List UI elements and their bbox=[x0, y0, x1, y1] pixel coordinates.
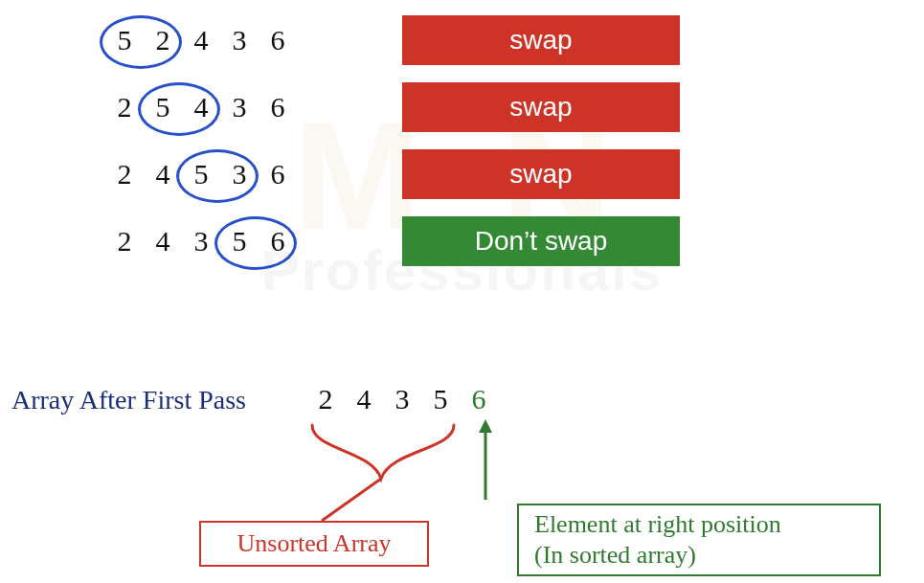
result-cell-sorted: 6 bbox=[460, 383, 498, 415]
unsorted-array-label: Unsorted Array bbox=[237, 529, 391, 558]
array-step-1: 5 2 4 3 6 bbox=[105, 13, 393, 67]
array-cell: 6 bbox=[259, 24, 297, 56]
diagram-content: 5 2 4 3 6 swap 2 5 4 3 6 swap 2 4 5 3 6 bbox=[0, 13, 924, 268]
step-row-3: 2 4 5 3 6 swap bbox=[0, 147, 924, 201]
swap-label-box: swap bbox=[402, 149, 680, 199]
array-after-first-pass-label: Array After First Pass bbox=[11, 385, 246, 415]
step-row-2: 2 5 4 3 6 swap bbox=[0, 80, 924, 134]
array-cell: 2 bbox=[105, 158, 144, 191]
sorted-label-line-1: Element at right position bbox=[534, 509, 781, 541]
array-cell: 3 bbox=[220, 91, 259, 123]
compare-circle-icon bbox=[138, 82, 220, 136]
array-cell: 6 bbox=[259, 91, 297, 123]
swap-label-box: swap bbox=[402, 82, 680, 132]
step-row-1: 5 2 4 3 6 swap bbox=[0, 13, 924, 67]
compare-circle-icon bbox=[176, 149, 259, 203]
sorted-label-line-2: (In sorted array) bbox=[534, 540, 696, 572]
arrow-up-icon bbox=[476, 419, 533, 505]
result-cell: 5 bbox=[421, 383, 460, 415]
array-step-4: 2 4 3 5 6 bbox=[105, 214, 393, 268]
dont-swap-label-box: Don’t swap bbox=[402, 216, 680, 266]
sorted-element-label-box: Element at right position (In sorted arr… bbox=[517, 504, 881, 576]
array-cell: 4 bbox=[144, 225, 182, 258]
array-cell: 2 bbox=[105, 225, 144, 258]
svg-line-0 bbox=[322, 479, 381, 521]
array-cell: 4 bbox=[182, 24, 220, 56]
compare-circle-icon bbox=[100, 15, 182, 69]
unsorted-array-label-box: Unsorted Array bbox=[199, 521, 429, 567]
result-array: 2 4 3 5 6 bbox=[306, 383, 498, 415]
result-cell: 2 bbox=[306, 383, 345, 415]
result-cell: 3 bbox=[383, 383, 421, 415]
compare-circle-icon bbox=[214, 216, 297, 270]
step-row-4: 2 4 3 5 6 Don’t swap bbox=[0, 214, 924, 268]
array-cell: 3 bbox=[220, 24, 259, 56]
result-cell: 4 bbox=[345, 383, 383, 415]
array-step-3: 2 4 5 3 6 bbox=[105, 147, 393, 201]
swap-label-box: swap bbox=[402, 15, 680, 65]
svg-marker-2 bbox=[479, 419, 492, 433]
curly-brace-icon bbox=[303, 421, 475, 527]
array-cell: 6 bbox=[259, 158, 297, 191]
array-step-2: 2 5 4 3 6 bbox=[105, 80, 393, 134]
